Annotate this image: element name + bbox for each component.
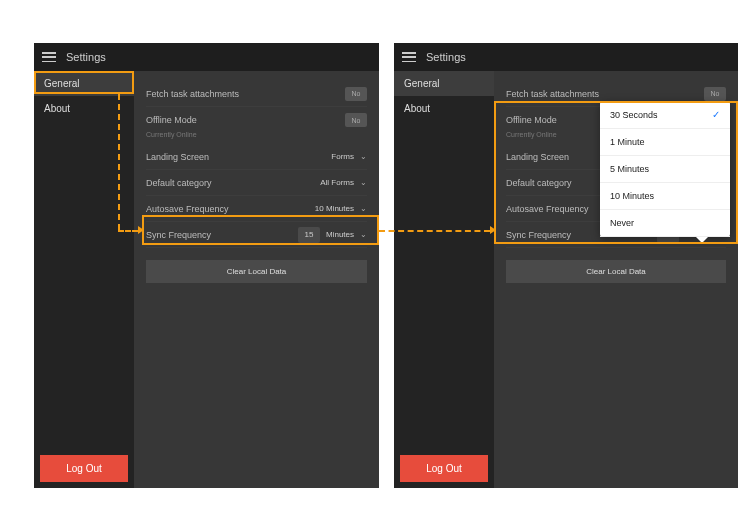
menu-icon[interactable] bbox=[42, 52, 56, 62]
offline-mode-toggle[interactable]: No bbox=[345, 113, 367, 127]
default-category-label: Default category bbox=[506, 178, 572, 188]
header-title: Settings bbox=[66, 51, 106, 63]
sync-label: Sync Frequency bbox=[506, 230, 571, 240]
app-header: Settings bbox=[34, 43, 379, 71]
autosave-option[interactable]: Never bbox=[600, 210, 730, 237]
chevron-down-icon: ⌄ bbox=[360, 230, 367, 239]
autosave-label: Autosave Frequency bbox=[146, 204, 229, 214]
landing-screen-dropdown[interactable]: Forms⌄ bbox=[331, 152, 367, 161]
autosave-option[interactable]: 1 Minute bbox=[600, 129, 730, 156]
offline-mode-status: Currently Online bbox=[146, 131, 367, 138]
autosave-options-popover: 30 Seconds✓ 1 Minute 5 Minutes 10 Minute… bbox=[600, 101, 730, 237]
logout-button[interactable]: Log Out bbox=[40, 455, 128, 482]
chevron-down-icon: ⌄ bbox=[360, 204, 367, 213]
autosave-option[interactable]: 5 Minutes bbox=[600, 156, 730, 183]
default-category-dropdown[interactable]: All Forms⌄ bbox=[320, 178, 367, 187]
fetch-attachments-label: Fetch task attachments bbox=[506, 89, 599, 99]
sidebar-item-general[interactable]: General bbox=[394, 71, 494, 96]
check-icon: ✓ bbox=[712, 109, 720, 120]
chevron-down-icon: ⌄ bbox=[360, 178, 367, 187]
landing-screen-label: Landing Screen bbox=[506, 152, 569, 162]
sidebar-item-about[interactable]: About bbox=[34, 96, 134, 121]
fetch-attachments-toggle[interactable]: No bbox=[704, 87, 726, 101]
clear-local-data-button[interactable]: Clear Local Data bbox=[506, 260, 726, 283]
autosave-label: Autosave Frequency bbox=[506, 204, 589, 214]
autosave-option[interactable]: 30 Seconds✓ bbox=[600, 101, 730, 129]
settings-panel: Fetch task attachments No Offline Mode N… bbox=[134, 71, 379, 488]
offline-mode-label: Offline Mode bbox=[506, 115, 557, 125]
settings-screen-after: Settings General About Log Out Fetch tas… bbox=[394, 43, 738, 488]
header-title: Settings bbox=[426, 51, 466, 63]
autosave-dropdown[interactable]: 10 Minutes⌄ bbox=[315, 204, 367, 213]
default-category-label: Default category bbox=[146, 178, 212, 188]
settings-sidebar: General About Log Out bbox=[34, 71, 134, 488]
sidebar-item-general[interactable]: General bbox=[34, 71, 134, 96]
fetch-attachments-toggle[interactable]: No bbox=[345, 87, 367, 101]
clear-local-data-button[interactable]: Clear Local Data bbox=[146, 260, 367, 283]
logout-button[interactable]: Log Out bbox=[400, 455, 488, 482]
offline-mode-label: Offline Mode bbox=[146, 115, 197, 125]
settings-sidebar: General About Log Out bbox=[394, 71, 494, 488]
sync-unit-dropdown[interactable]: Minutes⌄ bbox=[326, 230, 367, 239]
autosave-option[interactable]: 10 Minutes bbox=[600, 183, 730, 210]
app-header: Settings bbox=[394, 43, 738, 71]
settings-panel: Fetch task attachments No Offline Mode N… bbox=[494, 71, 738, 488]
chevron-down-icon: ⌄ bbox=[360, 152, 367, 161]
settings-screen-before: Settings General About Log Out Fetch tas… bbox=[34, 43, 379, 488]
sidebar-item-about[interactable]: About bbox=[394, 96, 494, 121]
sync-label: Sync Frequency bbox=[146, 230, 211, 240]
sync-number-input[interactable]: 15 bbox=[298, 227, 320, 243]
landing-screen-label: Landing Screen bbox=[146, 152, 209, 162]
fetch-attachments-label: Fetch task attachments bbox=[146, 89, 239, 99]
popover-tail bbox=[696, 237, 708, 243]
menu-icon[interactable] bbox=[402, 52, 416, 62]
